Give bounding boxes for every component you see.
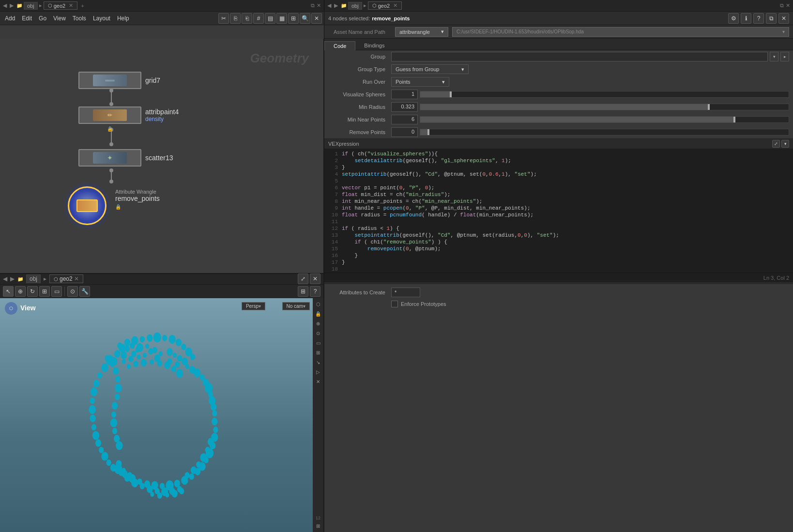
vexpr-expand[interactable]: ⤢ <box>772 140 780 148</box>
bottom-tab-geo2[interactable]: geo2 <box>60 275 73 282</box>
right-tab-obj[interactable]: obj <box>348 2 362 10</box>
left-tab-obj[interactable]: obj <box>24 2 38 10</box>
toolbar-layout2[interactable]: ▦ <box>276 13 287 24</box>
scene-rt-9[interactable]: ✕ <box>314 378 322 386</box>
scene-viewport[interactable]: ⬡ View Persp▾ No cam▾ <box>0 298 323 532</box>
scene-rt-last[interactable]: ⊞ <box>314 521 322 530</box>
code-editor[interactable]: 1if ( ch("visualize_spheres")){ 2 setdet… <box>324 149 793 273</box>
bottom-tab-obj[interactable]: obj <box>26 274 41 283</box>
wrangle-name-label: remove_points <box>115 195 160 202</box>
menu-help[interactable]: Help <box>114 14 132 23</box>
right-sync-btn[interactable]: ⧉ <box>780 2 784 9</box>
scene-tool-a[interactable]: ⊞ <box>298 286 308 297</box>
group-input[interactable] <box>391 52 768 61</box>
scene-rt-8[interactable]: ▷ <box>314 368 322 377</box>
scene-tool-snap[interactable]: 🔧 <box>79 286 90 297</box>
right-settings[interactable]: ⚙ <box>728 13 739 24</box>
right-help[interactable]: ? <box>753 13 764 24</box>
selected-node-name: remove_points <box>372 15 410 21</box>
sync-btn[interactable]: ⧉ <box>311 2 315 9</box>
toolbar-layout3[interactable]: ⊞ <box>288 13 299 24</box>
left-tab-add[interactable]: + <box>79 3 86 9</box>
scene-rt-1[interactable]: ⬡ <box>314 300 322 309</box>
removepoints-slider[interactable] <box>420 129 789 136</box>
attrs-create-input[interactable] <box>391 288 420 297</box>
pin-btn[interactable]: ✕ <box>317 2 321 9</box>
menu-view[interactable]: View <box>50 14 69 23</box>
scene-rt-5[interactable]: ▭ <box>314 339 322 348</box>
left-tab-geo2[interactable]: geo2 <box>54 3 65 9</box>
minradius-slider[interactable] <box>420 104 789 110</box>
right-sync[interactable]: ⧉ <box>766 13 777 24</box>
right-info[interactable]: ℹ <box>741 13 751 24</box>
bottom-close[interactable]: ✕ <box>310 274 320 284</box>
vexpr-menu[interactable]: ▾ <box>781 140 789 148</box>
asset-name-dropdown[interactable]: attribwrangle ▾ <box>395 27 448 37</box>
node-grid7[interactable]: ═══ grid7 <box>78 72 160 89</box>
nav-fwd-2[interactable]: ▶ <box>10 275 15 282</box>
node-attribpaint4[interactable]: ✏ 🔒 attribpaint4 density <box>78 106 179 124</box>
scene-tool-rotate[interactable]: ↻ <box>27 286 38 297</box>
runover-dropdown[interactable]: Points ▾ <box>391 77 449 87</box>
left-nav-back[interactable]: ◀ <box>3 2 7 9</box>
asset-path-field[interactable]: C:/usr/SIDEEF-1/HOUDIN-1.653/houdini/otl… <box>452 27 789 37</box>
right-close[interactable]: ✕ <box>778 13 789 24</box>
nav-back-2[interactable]: ◀ <box>3 275 7 282</box>
right-nav-back[interactable]: ◀ <box>327 2 331 9</box>
attrs-create-row: Attributes to Create <box>324 286 793 299</box>
visspheres-value[interactable]: 1 <box>391 90 418 99</box>
geometry-label: Geometry <box>250 51 309 66</box>
scene-tool-obj[interactable]: ⊙ <box>67 286 78 297</box>
toolbar-layout1[interactable]: ▤ <box>265 13 275 24</box>
scene-tool-b[interactable]: ? <box>310 286 320 297</box>
param-minradius-row: Min Radius 0.323 <box>324 101 793 113</box>
scene-tool-move[interactable]: ⊕ <box>15 286 26 297</box>
tab-code[interactable]: Code <box>324 41 355 50</box>
toolbar-scissors[interactable]: ✂ <box>218 13 229 24</box>
scene-rt-7[interactable]: ↘ <box>314 358 322 367</box>
toolbar-paste[interactable]: ⎗ <box>242 13 252 24</box>
right-tab-close[interactable]: ✕ <box>393 2 397 9</box>
code-tabs-bar: Code Bindings <box>324 39 793 50</box>
minnearpts-slider[interactable] <box>420 116 789 123</box>
params-area: Group ▾ ▸ Group Type Guess from Group ▾ <box>324 50 793 138</box>
left-nav-forward[interactable]: ▶ <box>10 2 14 9</box>
toolbar-zoom[interactable]: 🔍 <box>300 13 310 24</box>
menu-edit[interactable]: Edit <box>19 14 35 23</box>
menu-layout[interactable]: Layout <box>90 14 113 23</box>
menu-go[interactable]: Go <box>36 14 49 23</box>
scene-tool-select[interactable]: ↖ <box>3 286 14 297</box>
scene-rt-2[interactable]: 🔒 <box>314 310 322 319</box>
group-expand-btn[interactable]: ▸ <box>780 52 789 61</box>
toolbar-copy[interactable]: ⎘ <box>230 13 241 24</box>
minnearpts-value[interactable]: 6 <box>391 115 418 124</box>
scene-tool-box[interactable]: ▭ <box>51 286 62 297</box>
tab-bindings[interactable]: Bindings <box>355 41 393 50</box>
right-pin-btn[interactable]: ✕ <box>786 2 790 9</box>
persp-button[interactable]: Persp▾ <box>242 302 265 310</box>
toolbar-close[interactable]: ✕ <box>311 13 322 24</box>
removepoints-value[interactable]: 0 <box>391 127 418 137</box>
scene-rt-3[interactable]: ⊕ <box>314 319 322 328</box>
node-remove-points[interactable]: Attribute Wrangle remove_points 🔒 <box>63 182 111 230</box>
scene-toolbar: ↖ ⊕ ↻ ⊞ ▭ ⊙ 🔧 ⊞ ? <box>0 285 323 298</box>
group-dropdown-btn[interactable]: ▾ <box>770 52 778 61</box>
visspheres-slider[interactable] <box>420 91 789 98</box>
cam-button[interactable]: No cam▾ <box>282 302 310 310</box>
menu-tools[interactable]: Tools <box>70 14 89 23</box>
grouptype-dropdown[interactable]: Guess from Group ▾ <box>391 64 469 74</box>
left-tab-close[interactable]: ✕ <box>69 2 73 9</box>
scene-rt-6[interactable]: ⊞ <box>314 349 322 357</box>
scene-rt-4[interactable]: ⊙ <box>314 329 322 338</box>
bottom-tab-close[interactable]: ✕ <box>74 275 79 282</box>
minradius-value[interactable]: 0.323 <box>391 102 418 112</box>
right-tab-geo2[interactable]: geo2 <box>378 3 390 9</box>
resize-handle[interactable] <box>324 282 793 284</box>
toolbar-grid[interactable]: # <box>253 13 264 24</box>
scene-tool-scale[interactable]: ⊞ <box>39 286 50 297</box>
node-scatter13[interactable]: ✦ scatter13 <box>78 149 173 167</box>
right-nav-forward[interactable]: ▶ <box>334 2 338 9</box>
bottom-expand[interactable]: ⤢ <box>298 274 308 284</box>
enforce-proto-checkbox[interactable] <box>391 301 398 307</box>
menu-add[interactable]: Add <box>2 14 18 23</box>
